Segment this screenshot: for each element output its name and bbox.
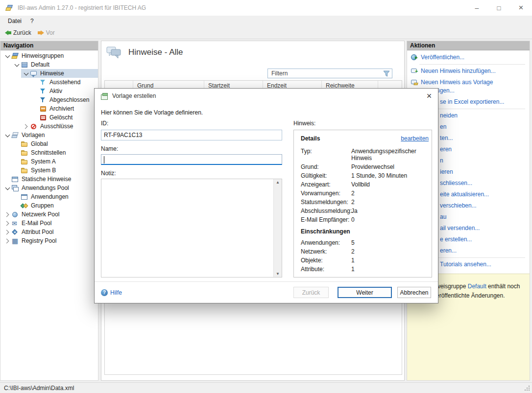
tree-item-archiviert[interactable]: Archiviert: [0, 104, 98, 113]
note-text: weisgruppe: [436, 283, 468, 290]
action-label: schliessen...: [440, 179, 472, 187]
tree-item-registry-pool[interactable]: Registry Pool: [0, 236, 98, 245]
tree-item-hinweisgruppen[interactable]: Hinweisgruppen: [0, 51, 98, 60]
filter-funnel-icon: [383, 70, 390, 77]
abbrechen-button[interactable]: Abbrechen: [397, 287, 431, 298]
tree-item-e-mail-pool[interactable]: E-Mail Pool: [0, 219, 98, 228]
tree-item-abgeschlossen[interactable]: Abgeschlossen: [0, 95, 98, 104]
notiz-textarea[interactable]: ▲ ▼: [101, 179, 282, 277]
tree-item-hinweise[interactable]: Hinweise: [0, 69, 98, 78]
detail-row: Objekte:1: [301, 257, 429, 264]
tree-item-ausschluesse[interactable]: Ausschlüsse: [0, 122, 98, 131]
action-label: ieren: [440, 168, 453, 176]
forward-arrow-icon: [38, 30, 44, 35]
tree-item-label: Gruppen: [31, 202, 54, 209]
chevron-down-icon[interactable]: [14, 62, 20, 68]
chevron-down-icon[interactable]: [4, 185, 11, 191]
chevron-right-icon[interactable]: [23, 123, 29, 130]
tree-item-gruppen[interactable]: Gruppen: [0, 201, 98, 210]
tree-item-anwendungs-pool[interactable]: Anwendungs Pool: [0, 184, 98, 192]
chevron-right-icon[interactable]: [4, 220, 11, 227]
tree-item-attribut-pool[interactable]: Attribut Pool: [0, 228, 98, 236]
tree-item-ausstehend[interactable]: Ausstehend: [0, 78, 98, 87]
email-icon: [11, 220, 19, 227]
tree-item-label: Schnittstellen: [31, 149, 66, 156]
bearbeiten-link[interactable]: bearbeiten: [401, 135, 429, 142]
tree-item-statische-hinweise[interactable]: Statische Hinweise: [0, 175, 98, 184]
action-label: eite aktualisieren...: [440, 190, 489, 199]
action-label: en: [440, 123, 446, 131]
archive-icon: [39, 105, 47, 113]
tree-item-default[interactable]: Default: [0, 60, 98, 69]
menu-datei[interactable]: Datei: [3, 17, 26, 25]
indent-spacer: [14, 141, 20, 147]
indent-spacer: [14, 150, 20, 156]
indent-spacer: [32, 97, 39, 103]
tree-item-global[interactable]: Global: [0, 139, 98, 148]
default-group-link[interactable]: Default: [468, 283, 486, 290]
chevron-down-icon[interactable]: [4, 53, 11, 59]
action-label: se in Excel exportieren...: [440, 98, 504, 106]
dialog-close-button[interactable]: [420, 89, 438, 103]
notiz-scrollbar[interactable]: ▲ ▼: [273, 179, 282, 277]
filter-input[interactable]: [268, 70, 383, 77]
detail-row: Anwendungen:5: [301, 239, 429, 246]
tree-item-label: Ausstehend: [49, 79, 80, 86]
action-veroeffentlichen[interactable]: Veröffentlichen...: [411, 52, 527, 63]
detail-label: E-Mail Empfänger:: [301, 216, 351, 223]
scroll-down-icon[interactable]: ▼: [276, 272, 280, 276]
chevron-down-icon[interactable]: [4, 132, 11, 139]
back-button[interactable]: Zurück: [2, 28, 35, 37]
tree-item-netzwerk-pool[interactable]: Netzwerk Pool: [0, 210, 98, 219]
resize-grip-icon[interactable]: [525, 386, 531, 392]
menu-help[interactable]: ?: [26, 17, 38, 25]
applications-icon: [21, 193, 28, 201]
tree-item-label: Global: [31, 140, 48, 147]
forward-button[interactable]: Vor: [35, 28, 59, 37]
deleted-icon: [39, 114, 47, 121]
id-input[interactable]: [101, 130, 282, 140]
action-label: neiden: [440, 112, 458, 120]
navigation-tree: HinweisgruppenDefaultHinweiseAusstehendA…: [0, 50, 98, 245]
weiter-button[interactable]: Weiter: [338, 287, 392, 298]
detail-label: Objekte:: [301, 257, 351, 264]
chevron-right-icon[interactable]: [4, 211, 11, 218]
chevron-down-icon[interactable]: [23, 70, 29, 77]
zurueck-button[interactable]: Zurück: [293, 287, 329, 298]
tree-item-schnittstellen[interactable]: Schnittstellen: [0, 148, 98, 157]
close-button[interactable]: [510, 0, 532, 16]
chevron-right-icon[interactable]: [4, 229, 11, 235]
help-label: Hilfe: [110, 289, 122, 296]
detail-value: 1: [351, 266, 429, 273]
tree-item-system-a[interactable]: System A: [0, 157, 98, 166]
action-label: eren...: [440, 247, 457, 255]
detail-value: 5: [351, 239, 429, 246]
chevron-right-icon[interactable]: [4, 238, 11, 244]
tree-item-label: Hinweise: [40, 70, 64, 77]
help-link[interactable]: Hilfe: [101, 289, 122, 296]
tree-item-system-b[interactable]: System B: [0, 166, 98, 175]
scroll-up-icon[interactable]: ▲: [276, 180, 280, 185]
tree-item-geloescht[interactable]: Gelöscht: [0, 113, 98, 122]
publish-icon: [411, 54, 418, 61]
tree-item-aktiv[interactable]: Aktiv: [0, 87, 98, 95]
static-icon: [11, 176, 19, 183]
action-neuen-hinweis-hinzufuegen[interactable]: Neuen Hinweis hinzufügen...: [411, 66, 527, 77]
window-title: IBI-aws Admin 1.27.0 - registriert für I…: [18, 4, 146, 11]
maximize-button[interactable]: [488, 0, 510, 16]
action-label: n: [440, 157, 443, 165]
note-line-1: weisgruppe Default enthält noch: [436, 282, 530, 291]
tree-item-anwendungen[interactable]: Anwendungen: [0, 192, 98, 201]
detail-value: 1: [351, 257, 429, 264]
tree-item-vorlagen[interactable]: Vorlagen: [0, 131, 98, 139]
minimize-button[interactable]: [466, 0, 488, 16]
name-input[interactable]: [101, 154, 282, 165]
template-dialog-icon: [100, 92, 108, 100]
tree-item-label: Registry Pool: [22, 237, 56, 244]
tree-item-label: Gelöscht: [49, 114, 73, 121]
navigation-header: Navigation: [0, 41, 98, 50]
folder-icon: [21, 140, 28, 148]
detail-label: Anzeigeart:: [301, 181, 351, 188]
action-label: Tutorials ansehen...: [440, 260, 491, 269]
hinweis-details-panel: Details bearbeiten Typ:Anwendungsspezifi…: [293, 130, 432, 277]
